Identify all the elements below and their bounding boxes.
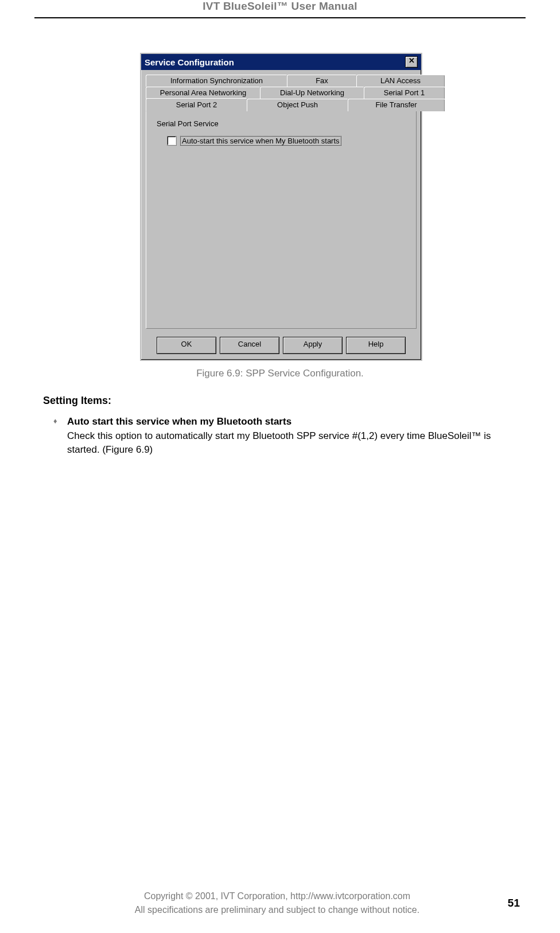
setting-item-body: Check this option to automatically start… — [67, 430, 491, 456]
footer-disclaimer: All specifications are preliminary and s… — [135, 905, 419, 915]
close-button[interactable]: ✕ — [405, 56, 418, 68]
tab-pan[interactable]: Personal Area Networking — [146, 87, 260, 99]
figure-dialog-screenshot: Service Configuration ✕ Information Sync… — [140, 53, 420, 379]
tab-dun[interactable]: Dial-Up Networking — [260, 87, 364, 99]
dialog-title-text: Service Configuration — [145, 57, 234, 67]
tab-object-push[interactable]: Object Push — [247, 99, 348, 111]
dialog-button-row: OK Cancel Apply Help — [141, 333, 421, 360]
tab-info-sync[interactable]: Information Synchronization — [146, 75, 287, 87]
ok-button[interactable]: OK — [157, 337, 216, 354]
body-text: Setting Items: Auto start this service w… — [43, 393, 517, 457]
service-config-dialog: Service Configuration ✕ Information Sync… — [140, 53, 422, 361]
tab-control: Information Synchronization Fax LAN Acce… — [146, 75, 417, 329]
header-rule — [34, 17, 526, 18]
groupbox-label: Serial Port Service — [157, 119, 406, 128]
tab-lan-access[interactable]: LAN Access — [356, 75, 445, 87]
apply-button[interactable]: Apply — [283, 337, 343, 354]
autostart-checkbox-label[interactable]: Auto-start this service when My Bluetoot… — [180, 136, 341, 146]
help-button[interactable]: Help — [346, 337, 406, 354]
footer-copyright: Copyright © 2001, IVT Corporation, http:… — [144, 891, 410, 901]
tab-serial-port-2[interactable]: Serial Port 2 — [146, 98, 247, 111]
section-heading: Setting Items: — [43, 393, 517, 408]
page-header-title: IVT BlueSoleil™ User Manual — [0, 0, 560, 17]
tab-serial-port-1[interactable]: Serial Port 1 — [364, 87, 445, 99]
close-icon: ✕ — [409, 56, 415, 65]
tab-file-transfer[interactable]: File Transfer — [348, 99, 445, 111]
tab-fax[interactable]: Fax — [287, 75, 357, 87]
setting-item: Auto start this service when my Bluetoot… — [53, 415, 517, 457]
tab-page-serial-port-2: Serial Port Service Auto-start this serv… — [146, 111, 417, 329]
cancel-button[interactable]: Cancel — [220, 337, 279, 354]
autostart-checkbox[interactable] — [167, 136, 177, 146]
page-footer: Copyright © 2001, IVT Corporation, http:… — [0, 889, 560, 917]
figure-caption: Figure 6.9: SPP Service Configuration. — [140, 368, 420, 379]
setting-item-title: Auto start this service when my Bluetoot… — [67, 416, 291, 427]
dialog-titlebar[interactable]: Service Configuration ✕ — [141, 54, 421, 70]
page-number: 51 — [497, 897, 520, 909]
